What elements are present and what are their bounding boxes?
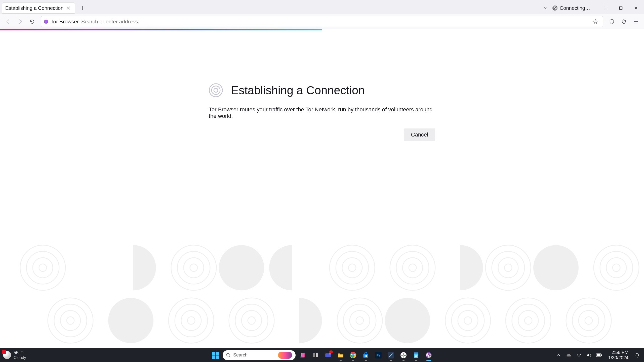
url-input[interactable] xyxy=(81,19,588,25)
bookmark-button[interactable] xyxy=(591,17,600,26)
browser-tab[interactable]: Establishing a Connection xyxy=(2,3,75,14)
weather-temp: 55°F xyxy=(14,350,26,355)
weather-desc: Cloudy xyxy=(14,355,26,360)
taskbar-chrome[interactable] xyxy=(348,350,358,360)
taskview-icon xyxy=(312,352,318,358)
taskbar-center: Search 1 Ps xyxy=(210,350,434,360)
onion-slash-icon xyxy=(552,5,558,11)
svg-rect-30 xyxy=(403,353,404,355)
taskbar-teams[interactable]: 1 xyxy=(323,350,333,360)
svg-rect-35 xyxy=(414,352,418,354)
clock-date: 1/30/2024 xyxy=(608,355,628,360)
url-identity-label: Tor Browser xyxy=(51,19,79,25)
clock-time: 2:58 PM xyxy=(608,350,628,355)
svg-rect-31 xyxy=(401,355,403,355)
system-tray: 2:58 PM 1/30/2024 xyxy=(555,350,641,360)
store-icon xyxy=(363,352,369,358)
svg-point-39 xyxy=(428,354,429,355)
svg-point-11 xyxy=(214,88,218,92)
notifications-button[interactable] xyxy=(633,351,641,359)
copilot-icon xyxy=(300,352,306,358)
taskbar-app-generic-1[interactable] xyxy=(386,350,396,360)
window-minimize-button[interactable] xyxy=(599,3,613,14)
background-pattern xyxy=(0,243,644,348)
weather-text: 55°F Cloudy xyxy=(14,350,26,360)
shield-button[interactable] xyxy=(606,16,617,27)
tray-battery[interactable] xyxy=(596,352,602,358)
taskbar-explorer[interactable] xyxy=(335,350,346,360)
taskbar-copilot[interactable] xyxy=(298,350,308,360)
cancel-button[interactable]: Cancel xyxy=(404,128,435,141)
svg-point-10 xyxy=(212,86,220,95)
taskbar-weather[interactable]: ! 55°F Cloudy xyxy=(3,350,26,360)
start-button[interactable] xyxy=(210,350,221,360)
speaker-icon xyxy=(586,353,591,358)
svg-point-20 xyxy=(352,354,354,356)
taskbar-store[interactable] xyxy=(360,350,371,360)
search-icon xyxy=(226,353,231,357)
arrow-right-icon xyxy=(17,19,23,24)
svg-text:Ps: Ps xyxy=(376,353,380,357)
page-description: Tor Browser routes your traffic over the… xyxy=(209,106,435,119)
onion-icon xyxy=(209,83,223,97)
window-maximize-button[interactable] xyxy=(614,3,628,14)
arrow-left-icon xyxy=(5,19,11,24)
battery-icon xyxy=(596,353,602,357)
cloud-icon xyxy=(566,353,571,358)
taskbar-search-placeholder: Search xyxy=(233,352,248,358)
connection-panel: Establishing a Connection Tor Browser ro… xyxy=(209,83,435,141)
minimize-icon xyxy=(604,6,608,10)
chevron-up-icon xyxy=(557,353,561,357)
chrome-icon xyxy=(350,352,356,358)
tab-close-button[interactable] xyxy=(65,5,72,11)
svg-rect-42 xyxy=(601,354,602,356)
taskbar-notepad[interactable] xyxy=(411,350,421,360)
list-all-tabs-button[interactable] xyxy=(540,3,551,14)
browser-navbar: Tor Browser xyxy=(0,14,644,29)
url-bar[interactable]: Tor Browser xyxy=(41,16,603,27)
app-menu-button[interactable] xyxy=(630,16,641,27)
windows-taskbar: ! 55°F Cloudy Search 1 Ps xyxy=(0,348,644,362)
search-decoration-icon xyxy=(278,352,292,359)
close-icon xyxy=(634,6,638,10)
notepad-icon xyxy=(413,352,419,358)
tray-wifi[interactable] xyxy=(576,352,582,358)
svg-point-40 xyxy=(579,356,579,357)
page-title: Establishing a Connection xyxy=(231,83,365,97)
svg-rect-23 xyxy=(366,355,367,355)
onion-identity-icon xyxy=(44,20,48,24)
taskbar-tor-browser[interactable] xyxy=(423,350,434,360)
taskbar-search[interactable]: Search xyxy=(223,350,296,360)
taskbar-taskview[interactable] xyxy=(310,350,321,360)
close-icon xyxy=(67,6,70,10)
photoshop-icon: Ps xyxy=(375,352,382,358)
tray-onedrive[interactable] xyxy=(566,352,572,358)
plus-icon xyxy=(80,6,85,10)
tor-icon xyxy=(425,352,432,358)
new-tab-button[interactable] xyxy=(77,3,88,13)
teams-badge: 1 xyxy=(329,350,333,353)
browser-titlebar: Establishing a Connection Connecting… xyxy=(0,0,644,14)
svg-rect-43 xyxy=(597,354,600,356)
taskbar-slack[interactable] xyxy=(398,350,409,360)
hamburger-icon xyxy=(633,19,638,24)
tray-overflow[interactable] xyxy=(555,352,562,358)
svg-rect-33 xyxy=(404,355,406,355)
taskbar-clock[interactable]: 2:58 PM 1/30/2024 xyxy=(608,350,628,360)
svg-point-12 xyxy=(227,353,229,356)
svg-rect-25 xyxy=(366,356,367,357)
star-icon xyxy=(593,19,598,24)
app-icon xyxy=(388,352,394,358)
back-button[interactable] xyxy=(3,16,14,27)
svg-rect-24 xyxy=(365,356,366,357)
slack-icon xyxy=(400,352,407,358)
forward-button[interactable] xyxy=(15,16,26,27)
tray-volume[interactable] xyxy=(586,352,592,358)
window-close-button[interactable] xyxy=(629,3,643,14)
tor-connection-status[interactable]: Connecting… xyxy=(552,5,590,11)
reload-button[interactable] xyxy=(27,16,38,27)
taskbar-photoshop[interactable]: Ps xyxy=(373,350,384,360)
windows-logo-icon xyxy=(212,352,219,359)
security-level-button[interactable] xyxy=(618,16,629,27)
folder-icon xyxy=(337,352,344,358)
